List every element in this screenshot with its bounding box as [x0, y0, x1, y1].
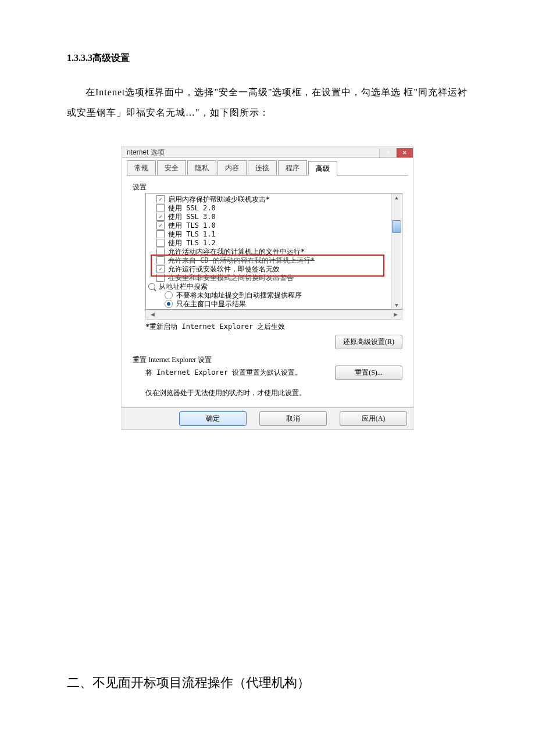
setting-item: 使用 TLS 1.0: [168, 221, 216, 230]
dialog-title-text: nternet 选项: [127, 148, 165, 157]
setting-item: 使用 TLS 1.2: [168, 239, 216, 247]
reset-button[interactable]: 重置(S)...: [335, 366, 402, 380]
ok-button[interactable]: 确定: [179, 411, 247, 426]
checkbox[interactable]: [156, 239, 165, 247]
scroll-down-icon[interactable]: ▼: [393, 301, 401, 309]
setting-item: 使用 SSL 2.0: [168, 204, 216, 212]
reset-section-label: 重置 Internet Explorer 设置: [133, 355, 402, 365]
scroll-thumb[interactable]: [392, 220, 401, 233]
restart-note: *重新启动 Internet Explorer 之后生效: [145, 322, 402, 332]
setting-item: 只在主窗口中显示结果: [176, 300, 246, 308]
close-button[interactable]: ✕: [396, 148, 413, 157]
checkbox[interactable]: [156, 256, 165, 264]
checkbox[interactable]: [156, 195, 165, 203]
checkbox[interactable]: [156, 274, 165, 282]
section-title: 高级设置: [92, 53, 130, 63]
scroll-up-icon[interactable]: ▲: [393, 194, 401, 202]
search-icon: [148, 283, 155, 290]
setting-item: 允许运行或安装软件，即使签名无效: [168, 265, 280, 273]
apply-button[interactable]: 应用(A): [340, 411, 407, 426]
setting-item: 使用 SSL 3.0: [168, 213, 216, 221]
vertical-scrollbar[interactable]: ▲ ▼: [391, 194, 402, 309]
chapter-heading: 二、不见面开标项目流程操作（代理机构）: [67, 674, 468, 691]
checkbox[interactable]: [156, 265, 165, 273]
setting-item: 允许来自 CD 的活动内容在我的计算机上运行*: [168, 256, 315, 264]
tab-advanced[interactable]: 高级: [308, 161, 337, 175]
scroll-right-icon[interactable]: ▶: [391, 310, 400, 318]
horizontal-scrollbar[interactable]: ◀ ▶: [145, 310, 402, 320]
checkbox[interactable]: [156, 204, 165, 212]
paragraph: 在Intenet选项框界面中，选择"安全一高级"选项框，在设置中，勾选单选 框"…: [67, 82, 468, 123]
setting-item: 使用 TLS 1.1: [168, 230, 216, 238]
section-heading: 1.3.3.3高级设置: [67, 52, 468, 65]
reset-desc: 将 Internet Explorer 设置重置为默认设置。: [145, 368, 302, 378]
internet-options-dialog: nternet 选项 ? ✕ 常规 安全 隐私 内容 连接 程序 高级 设置: [122, 146, 413, 430]
reset-note: 仅在浏览器处于无法使用的状态时，才使用此设置。: [145, 388, 402, 398]
section-number: 1.3.3.3: [67, 53, 92, 63]
restore-advanced-button[interactable]: 还原高级设置(R): [335, 335, 402, 349]
scroll-left-icon[interactable]: ◀: [148, 310, 156, 318]
tab-content[interactable]: 内容: [217, 160, 247, 175]
tab-security[interactable]: 安全: [157, 160, 186, 175]
tab-general[interactable]: 常规: [127, 160, 156, 175]
settings-group: 从地址栏中搜索: [159, 282, 208, 291]
dialog-titlebar: nternet 选项 ? ✕: [122, 146, 413, 158]
setting-item: 启用内存保护帮助减少联机攻击*: [168, 195, 270, 203]
checkbox[interactable]: [156, 213, 165, 221]
setting-item: 不要将未知地址提交到自动搜索提供程序: [176, 291, 302, 299]
radio[interactable]: [165, 300, 173, 308]
checkbox[interactable]: [156, 221, 165, 230]
dialog-footer: 确定 取消 应用(A): [122, 407, 413, 429]
tab-programs[interactable]: 程序: [278, 160, 307, 175]
settings-list[interactable]: 启用内存保护帮助减少联机攻击* 使用 SSL 2.0 使用 SSL 3.0 使用…: [145, 193, 402, 310]
radio[interactable]: [165, 291, 173, 299]
help-button[interactable]: ?: [379, 148, 396, 157]
checkbox[interactable]: [156, 230, 165, 238]
cancel-button[interactable]: 取消: [259, 411, 327, 426]
setting-item: 在安全和非安全模式之间切换时发出警告: [168, 274, 294, 282]
checkbox[interactable]: [156, 248, 165, 256]
tab-privacy[interactable]: 隐私: [187, 160, 216, 175]
setting-item: 允许活动内容在我的计算机上的文件中运行*: [168, 248, 305, 256]
settings-group-label: 设置: [133, 182, 402, 192]
tab-connections[interactable]: 连接: [248, 160, 277, 175]
tab-strip: 常规 安全 隐私 内容 连接 程序 高级: [127, 160, 408, 175]
